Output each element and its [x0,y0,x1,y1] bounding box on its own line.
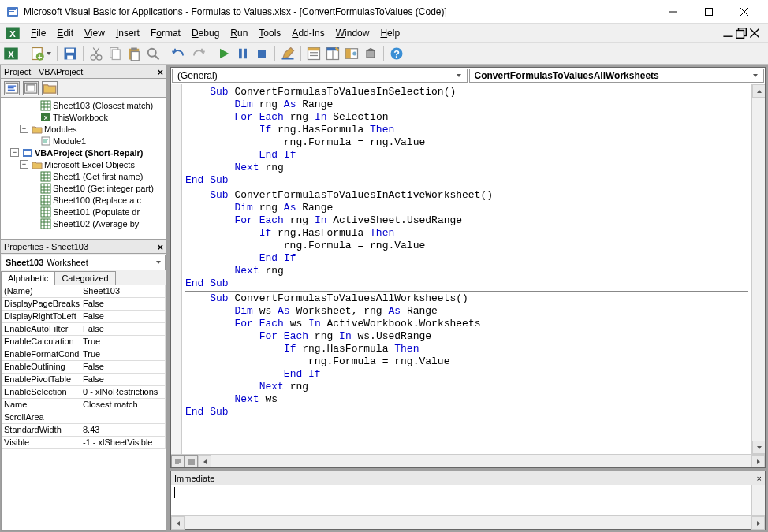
property-row[interactable]: EnableCalculationTrue [2,336,166,348]
immediate-header[interactable]: Immediate × [171,471,765,485]
scroll-right-icon[interactable] [751,455,765,468]
property-value[interactable]: 0 - xlNoRestrictions [80,386,166,399]
immediate-input[interactable] [171,485,765,515]
tree-item[interactable]: −Modules [1,123,166,135]
procedure-view-icon[interactable] [171,455,185,468]
undo-icon[interactable] [171,46,187,61]
property-row[interactable]: EnableSelection0 - xlNoRestrictions [2,386,166,399]
menu-file[interactable]: File [25,26,51,40]
property-row[interactable]: DisplayPageBreaksFalse [2,298,166,311]
menu-format[interactable]: Format [145,26,186,40]
scroll-up-icon[interactable] [752,84,765,98]
toolbox-icon[interactable] [363,46,378,61]
save-icon[interactable] [62,46,78,61]
properties-grid[interactable]: (Name)Sheet103DisplayPageBreaksFalseDisp… [1,285,166,531]
properties-object-selector[interactable]: Sheet103 Worksheet [2,255,166,270]
property-row[interactable]: EnableOutliningFalse [2,361,166,374]
property-value[interactable]: -1 - xlSheetVisible [80,437,166,449]
vertical-scrollbar[interactable] [751,485,765,515]
scroll-right-icon[interactable] [751,516,765,530]
code-procedure-selector[interactable]: ConvertFormulasToValuesAllWorksheets [469,69,765,83]
tree-item[interactable]: Sheet101 (Populate dr [1,206,166,218]
immediate-close-icon[interactable]: × [757,474,762,483]
menu-run[interactable]: Run [225,26,253,40]
scroll-left-icon[interactable] [198,455,211,468]
tree-item[interactable]: Sheet103 (Closest match) [1,99,166,111]
mdi-restore-button[interactable] [736,28,747,39]
minimize-button[interactable] [655,0,691,24]
property-value[interactable]: False [80,323,166,336]
design-mode-icon[interactable] [280,46,296,61]
close-button[interactable] [726,0,762,24]
property-value[interactable]: False [80,311,166,323]
property-row[interactable]: StandardWidth8.43 [2,424,166,437]
tree-expander-icon[interactable]: − [10,148,19,157]
property-value[interactable] [80,411,166,424]
break-icon[interactable] [235,46,251,61]
tree-expander-icon[interactable]: − [20,160,28,169]
code-margin[interactable] [171,84,182,454]
find-icon[interactable] [145,46,161,61]
property-row[interactable]: (Name)Sheet103 [2,285,166,298]
horizontal-scrollbar[interactable] [211,455,751,467]
mdi-minimize-button[interactable] [722,28,733,39]
code-object-selector[interactable]: (General) [172,69,468,83]
tree-item[interactable]: Sheet102 (Average by [1,218,166,229]
view-object-icon[interactable] [23,81,39,95]
tree-item[interactable]: Sheet100 (Replace a c [1,194,166,206]
menu-debug[interactable]: Debug [186,26,225,40]
excel-icon[interactable]: X [5,25,21,41]
reset-icon[interactable] [254,46,270,61]
property-value[interactable]: True [80,336,166,348]
menu-window[interactable]: Window [330,26,375,40]
scroll-left-icon[interactable] [171,516,185,530]
tree-item[interactable]: −Microsoft Excel Objects [1,158,166,170]
tree-item[interactable]: Module1 [1,135,166,147]
tree-item[interactable]: Sheet10 (Get integer part) [1,182,166,194]
paste-icon[interactable] [126,46,142,61]
tree-item[interactable]: XThisWorkbook [1,111,166,123]
property-value[interactable]: False [80,298,166,311]
tab-categorized[interactable]: Categorized [54,271,115,285]
horizontal-scrollbar[interactable] [185,516,751,529]
menu-insert[interactable]: Insert [110,26,145,40]
menu-view[interactable]: View [79,26,110,40]
property-row[interactable]: DisplayRightToLeftFalse [2,311,166,323]
code-editor[interactable]: Sub ConvertFormulasToValuesInSelection()… [182,84,751,454]
scroll-down-icon[interactable] [752,441,765,454]
menu-add-ins[interactable]: Add-Ins [286,26,330,40]
property-row[interactable]: EnableAutoFilterFalse [2,323,166,336]
menu-edit[interactable]: Edit [51,26,79,40]
object-browser-icon[interactable] [344,46,360,61]
vertical-scrollbar[interactable] [751,84,765,454]
full-module-view-icon[interactable] [185,455,198,468]
tree-expander-icon[interactable]: − [20,125,28,133]
property-value[interactable]: Closest match [80,399,166,411]
property-value[interactable]: False [80,374,166,386]
tree-item[interactable]: Sheet1 (Get first name) [1,170,166,182]
property-value[interactable]: True [80,348,166,361]
properties-window-icon[interactable] [325,46,341,61]
property-row[interactable]: Visible-1 - xlSheetVisible [2,437,166,449]
insert-dropdown[interactable] [46,50,52,57]
property-row[interactable]: ScrollArea [2,411,166,424]
insert-icon[interactable]: + [29,46,45,61]
menu-help[interactable]: Help [375,26,405,40]
property-row[interactable]: NameClosest match [2,399,166,411]
property-row[interactable]: EnablePivotTableFalse [2,374,166,386]
project-panel-close-icon[interactable]: × [157,66,163,78]
tab-alphabetic[interactable]: Alphabetic [1,271,55,285]
maximize-button[interactable] [691,0,726,24]
redo-icon[interactable] [190,46,206,61]
property-value[interactable]: Sheet103 [80,285,166,298]
property-row[interactable]: EnableFormatConditiTrue [2,348,166,361]
toggle-folders-icon[interactable] [42,81,58,95]
menu-tools[interactable]: Tools [253,26,286,40]
project-tree[interactable]: Sheet103 (Closest match)XThisWorkbook−Mo… [0,98,167,240]
view-code-icon[interactable] [4,81,20,95]
property-value[interactable]: False [80,361,166,374]
copy-icon[interactable] [107,46,123,61]
properties-panel-header[interactable]: Properties - Sheet103 × [0,240,167,254]
tree-item[interactable]: −VBAProject (Short-Repair) [1,147,166,158]
cut-icon[interactable] [88,46,104,61]
